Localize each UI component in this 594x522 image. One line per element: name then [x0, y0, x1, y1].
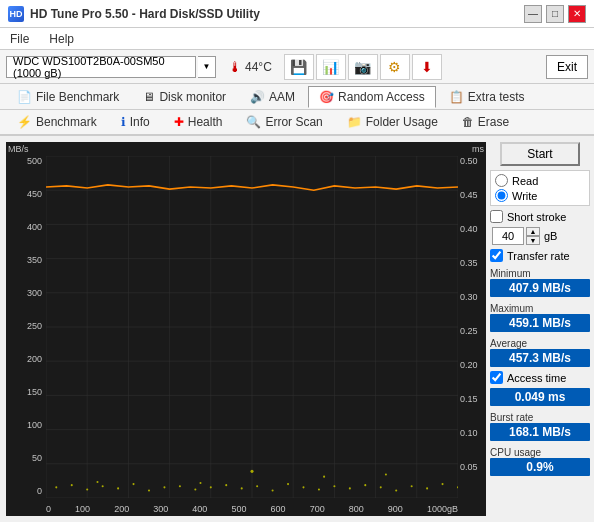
tab-random-access[interactable]: 🎯 Random Access	[308, 86, 436, 108]
svg-point-48	[457, 486, 458, 488]
stroke-unit: gB	[544, 230, 557, 242]
x-300: 300	[153, 504, 168, 514]
tab-erase[interactable]: 🗑 Erase	[451, 111, 520, 133]
svg-point-28	[148, 489, 150, 491]
x-600: 600	[271, 504, 286, 514]
cpu-usage-stat: CPU usage 0.9%	[490, 445, 590, 476]
minimize-button[interactable]: —	[524, 5, 542, 23]
stroke-spin-down[interactable]: ▼	[526, 236, 540, 245]
svg-point-43	[380, 486, 382, 488]
menu-help[interactable]: Help	[45, 31, 78, 47]
svg-point-51	[250, 470, 253, 473]
stroke-spinbox: ▲ ▼	[526, 227, 540, 245]
short-stroke-checkbox[interactable]	[490, 210, 503, 223]
maximum-label: Maximum	[490, 303, 590, 314]
cpu-usage-label: CPU usage	[490, 447, 590, 458]
main-content: MB/s ms 500 450 400 350 300 250 200 150 …	[0, 136, 594, 522]
y-right-010: 0.10	[460, 428, 478, 438]
write-radio[interactable]	[495, 189, 508, 202]
svg-point-52	[323, 476, 325, 478]
random-access-label: Random Access	[338, 90, 425, 104]
error-scan-icon: 🔍	[246, 115, 261, 129]
file-benchmark-label: File Benchmark	[36, 90, 119, 104]
toolbar: WDC WDS100T2B0A-00SM50 (1000 gB) ▼ 🌡 44°…	[0, 50, 594, 84]
tab-aam[interactable]: 🔊 AAM	[239, 86, 306, 108]
minimum-label: Minimum	[490, 268, 590, 279]
drive-dropdown[interactable]: WDC WDS100T2B0A-00SM50 (1000 gB)	[6, 56, 196, 78]
svg-point-24	[86, 488, 88, 490]
icon-btn-1[interactable]: 💾	[284, 54, 314, 80]
x-200: 200	[114, 504, 129, 514]
read-radio[interactable]	[495, 174, 508, 187]
icon-btn-3[interactable]: 📷	[348, 54, 378, 80]
transfer-rate-checkbox[interactable]	[490, 249, 503, 262]
svg-point-50	[199, 482, 201, 484]
svg-point-41	[349, 487, 351, 489]
app-icon: HD	[8, 6, 24, 22]
drive-selector: WDC WDS100T2B0A-00SM50 (1000 gB) ▼	[6, 56, 216, 78]
thermometer-icon: 🌡	[228, 59, 242, 75]
maximum-value: 459.1 MB/s	[490, 314, 590, 332]
random-access-icon: 🎯	[319, 90, 334, 104]
exit-button[interactable]: Exit	[546, 55, 588, 79]
x-0: 0	[46, 504, 51, 514]
temperature-display: 🌡 44°C	[228, 59, 272, 75]
write-radio-label[interactable]: Write	[495, 189, 585, 202]
svg-point-22	[55, 486, 57, 488]
svg-point-34	[241, 487, 243, 489]
access-time-checkbox[interactable]	[490, 371, 503, 384]
tab-folder-usage[interactable]: 📁 Folder Usage	[336, 111, 449, 133]
tab-file-benchmark[interactable]: 📄 File Benchmark	[6, 86, 130, 108]
short-stroke-checkbox-label[interactable]: Short stroke	[490, 210, 590, 223]
erase-icon: 🗑	[462, 115, 474, 129]
average-label: Average	[490, 338, 590, 349]
extra-tests-label: Extra tests	[468, 90, 525, 104]
y-right-005: 0.05	[460, 462, 478, 472]
svg-point-27	[133, 483, 135, 485]
tab-benchmark[interactable]: ⚡ Benchmark	[6, 111, 108, 133]
icon-btn-4[interactable]: ⚙	[380, 54, 410, 80]
x-500: 500	[231, 504, 246, 514]
svg-point-40	[333, 485, 335, 487]
window-controls[interactable]: — □ ✕	[524, 5, 586, 23]
icon-btn-5[interactable]: ⬇	[412, 54, 442, 80]
y-left-150: 150	[27, 387, 42, 397]
aam-icon: 🔊	[250, 90, 265, 104]
tabs-row1: 📄 File Benchmark 🖥 Disk monitor 🔊 AAM 🎯 …	[0, 84, 594, 110]
close-button[interactable]: ✕	[568, 5, 586, 23]
tab-health[interactable]: ✚ Health	[163, 111, 234, 133]
y-right-015: 0.15	[460, 394, 478, 404]
stroke-spin-up[interactable]: ▲	[526, 227, 540, 236]
window-title: HD Tune Pro 5.50 - Hard Disk/SSD Utility	[30, 7, 260, 21]
x-400: 400	[192, 504, 207, 514]
burst-rate-stat: Burst rate 168.1 MB/s	[490, 410, 590, 441]
access-time-label-text: Access time	[507, 372, 566, 384]
start-button[interactable]: Start	[500, 142, 580, 166]
burst-rate-label: Burst rate	[490, 412, 590, 423]
menu-file[interactable]: File	[6, 31, 33, 47]
svg-point-39	[318, 488, 320, 490]
transfer-rate-text: Transfer rate	[507, 250, 570, 262]
access-time-checkbox-label[interactable]: Access time	[490, 371, 590, 384]
drive-dropdown-arrow[interactable]: ▼	[198, 56, 216, 78]
tab-extra-tests[interactable]: 📋 Extra tests	[438, 86, 536, 108]
read-write-radio-group: Read Write	[490, 170, 590, 206]
icon-btn-2[interactable]: 📊	[316, 54, 346, 80]
stroke-row: ▲ ▼ gB	[492, 227, 590, 245]
y-left-350: 350	[27, 255, 42, 265]
tab-error-scan[interactable]: 🔍 Error Scan	[235, 111, 333, 133]
stroke-input[interactable]	[492, 227, 524, 245]
svg-point-32	[210, 486, 212, 488]
health-icon: ✚	[174, 115, 184, 129]
tab-disk-monitor[interactable]: 🖥 Disk monitor	[132, 86, 237, 108]
svg-point-49	[96, 481, 98, 483]
read-radio-label[interactable]: Read	[495, 174, 585, 187]
y-axis-left-labels: 500 450 400 350 300 250 200 150 100 50 0	[6, 142, 44, 496]
right-panel: Start Read Write Short stroke ▲ ▼ gB	[486, 136, 594, 522]
transfer-rate-checkbox-label[interactable]: Transfer rate	[490, 249, 590, 262]
access-time-value: 0.049 ms	[490, 388, 590, 406]
title-bar: HD HD Tune Pro 5.50 - Hard Disk/SSD Util…	[0, 0, 594, 28]
tab-info[interactable]: ℹ Info	[110, 111, 161, 133]
maximize-button[interactable]: □	[546, 5, 564, 23]
info-icon: ℹ	[121, 115, 126, 129]
